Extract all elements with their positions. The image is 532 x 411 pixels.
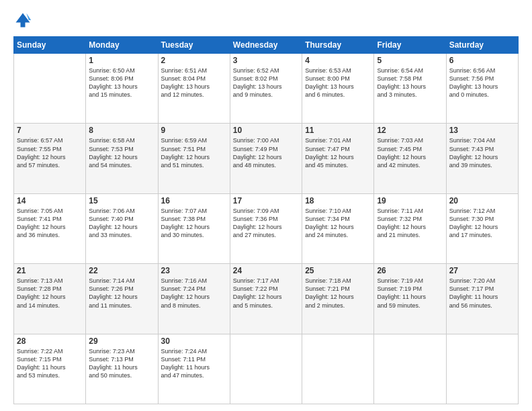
cell-text-line: Sunset: 7:43 PM [449,145,515,153]
day-number: 12 [377,126,443,135]
cell-text-line: Sunset: 7:21 PM [305,285,371,293]
day-number: 27 [449,266,515,275]
cell-text-line: and 33 minutes. [89,231,154,239]
cell-text-line: Sunrise: 7:24 AM [161,347,227,355]
header [13,11,519,30]
cell-text-line: Sunrise: 7:12 AM [449,207,515,215]
day-number: 1 [89,56,154,65]
cell-text-line: and 21 minutes. [377,231,443,239]
cell-text-line: Daylight: 12 hours [89,223,154,231]
cell-text-line: Sunrise: 7:23 AM [89,347,154,355]
cell-text-line: Daylight: 12 hours [377,223,443,231]
logo [13,11,35,30]
cell-text-line: Sunrise: 6:58 AM [89,136,154,144]
cell-text-line: and 9 minutes. [233,91,299,99]
cell-text-line: Sunrise: 7:04 AM [449,136,515,144]
cell-text-line: Sunset: 7:49 PM [233,145,299,153]
cell-text-line: and 6 minutes. [305,91,371,99]
cell-text-line: and 36 minutes. [17,231,83,239]
cell-text-line: Sunrise: 6:59 AM [161,136,227,144]
cell-text-line: Daylight: 12 hours [89,293,154,301]
day-number: 11 [305,126,371,135]
cell-text-line: Sunset: 7:15 PM [17,355,83,363]
cell-text-line: and 56 minutes. [449,302,515,310]
cell-text-line: Sunset: 7:17 PM [449,285,515,293]
cell-text-line: Daylight: 12 hours [305,223,371,231]
day-number: 30 [161,336,227,346]
calendar-cell: 27Sunrise: 7:20 AMSunset: 7:17 PMDayligh… [446,264,518,334]
cell-text-line: and 15 minutes. [89,91,154,99]
cell-text-line: and 17 minutes. [449,231,515,239]
cell-text-line: Daylight: 12 hours [233,153,299,161]
cell-text-line: Sunset: 7:24 PM [161,285,227,293]
cell-text-line: and 11 minutes. [89,302,154,310]
cell-text-line: Daylight: 12 hours [449,153,515,161]
cell-text-line: and 0 minutes. [449,91,515,99]
cell-text-line: Sunrise: 6:56 AM [449,66,515,75]
cell-text-line: Daylight: 12 hours [377,153,443,161]
cell-text-line: Sunset: 8:00 PM [305,75,371,83]
cell-text-line: Daylight: 11 hours [449,293,515,301]
cell-text-line: Sunrise: 7:22 AM [17,347,83,355]
day-number: 9 [161,126,227,135]
calendar-cell: 22Sunrise: 7:14 AMSunset: 7:26 PMDayligh… [86,264,158,334]
cell-text-line: and 51 minutes. [161,161,227,169]
cell-text-line: Sunset: 8:02 PM [233,75,299,83]
calendar-cell: 13Sunrise: 7:04 AMSunset: 7:43 PMDayligh… [446,124,518,193]
cell-text-line: Daylight: 13 hours [305,83,371,91]
cell-text-line: and 57 minutes. [17,161,83,169]
cell-text-line: Daylight: 13 hours [377,83,443,91]
calendar-week-4: 21Sunrise: 7:13 AMSunset: 7:28 PMDayligh… [14,264,519,334]
calendar-cell [230,334,302,404]
day-number: 20 [449,196,515,205]
day-header-monday: Monday [86,37,158,54]
cell-text-line: and 24 minutes. [305,231,371,239]
cell-text-line: Sunset: 8:04 PM [161,75,227,83]
cell-text-line: Sunset: 7:45 PM [377,145,443,153]
day-header-thursday: Thursday [302,37,374,54]
cell-text-line: Sunset: 7:11 PM [161,355,227,363]
cell-text-line: and 45 minutes. [305,161,371,169]
cell-text-line: Sunset: 7:58 PM [377,75,443,83]
day-number: 23 [161,266,227,275]
page: SundayMondayTuesdayWednesdayThursdayFrid… [0,0,532,411]
cell-text-line: Sunset: 7:34 PM [305,215,371,223]
cell-text-line: Sunrise: 7:16 AM [161,277,227,285]
cell-text-line: Daylight: 11 hours [17,363,83,371]
calendar-week-2: 7Sunrise: 6:57 AMSunset: 7:55 PMDaylight… [14,124,519,193]
cell-text-line: Sunset: 7:32 PM [377,215,443,223]
cell-text-line: Daylight: 12 hours [89,153,154,161]
calendar-week-1: 1Sunrise: 6:50 AMSunset: 8:06 PMDaylight… [14,54,519,124]
cell-text-line: and 30 minutes. [161,231,227,239]
calendar-cell: 29Sunrise: 7:23 AMSunset: 7:13 PMDayligh… [86,334,158,404]
cell-text-line: Sunrise: 7:17 AM [233,277,299,285]
cell-text-line: Sunrise: 7:01 AM [305,136,371,144]
cell-text-line: and 50 minutes. [89,371,154,379]
cell-text-line: Sunset: 7:51 PM [161,145,227,153]
calendar-cell: 4Sunrise: 6:53 AMSunset: 8:00 PMDaylight… [302,54,374,124]
cell-text-line: Sunset: 7:56 PM [449,75,515,83]
day-number: 17 [233,196,299,205]
cell-text-line: Sunrise: 7:14 AM [89,277,154,285]
cell-text-line: Daylight: 12 hours [161,293,227,301]
day-number: 18 [305,196,371,205]
calendar-header-row: SundayMondayTuesdayWednesdayThursdayFrid… [14,37,519,54]
cell-text-line: Daylight: 12 hours [449,223,515,231]
calendar-cell: 10Sunrise: 7:00 AMSunset: 7:49 PMDayligh… [230,124,302,193]
calendar-table: SundayMondayTuesdayWednesdayThursdayFrid… [13,36,519,404]
cell-text-line: Sunrise: 7:19 AM [377,277,443,285]
cell-text-line: and 59 minutes. [377,302,443,310]
cell-text-line: Sunset: 7:38 PM [161,215,227,223]
day-number: 10 [233,126,299,135]
cell-text-line: Sunrise: 7:00 AM [233,136,299,144]
cell-text-line: Sunrise: 7:05 AM [17,207,83,215]
day-number: 22 [89,266,154,275]
cell-text-line: Sunrise: 6:50 AM [89,66,154,75]
day-number: 19 [377,196,443,205]
cell-text-line: Daylight: 12 hours [17,293,83,301]
cell-text-line: Sunset: 7:19 PM [377,285,443,293]
day-number: 2 [161,56,227,65]
day-number: 24 [233,266,299,275]
calendar-cell: 24Sunrise: 7:17 AMSunset: 7:22 PMDayligh… [230,264,302,334]
cell-text-line: Sunrise: 7:13 AM [17,277,83,285]
